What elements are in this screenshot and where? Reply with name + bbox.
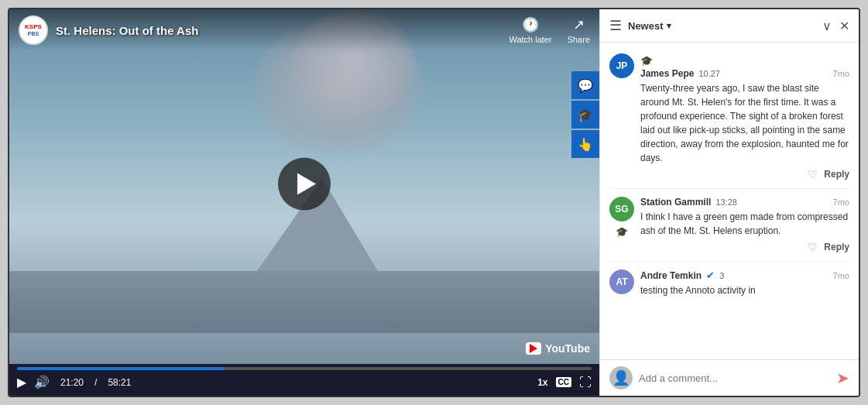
comment-body-2: Station Gammill 13:28 7mo I think I have… (640, 197, 849, 253)
share-icon: ↗ (573, 16, 585, 33)
play-triangle-icon (297, 173, 316, 195)
video-top-actions: 🕐 Watch later ↗ Share (509, 16, 590, 44)
comment-actions-1: ♡ Reply (640, 168, 849, 180)
comment-author-1: James Pepe (640, 68, 694, 79)
speed-button[interactable]: 1x (537, 377, 547, 388)
comments-panel: ☰ Newest ▾ ∨ ✕ JP 🎓 (599, 9, 859, 396)
captions-button[interactable]: CC (556, 377, 571, 387)
watch-later-label: Watch later (509, 35, 551, 44)
collapse-button[interactable]: ∨ (822, 19, 832, 33)
sort-chevron-icon: ▾ (667, 21, 671, 31)
youtube-label: YouTube (545, 342, 590, 355)
comment-meta-2: Station Gammill 13:28 7mo (640, 197, 849, 208)
comment-body-1: 🎓 James Pepe 10.27 7mo Twenty-three year… (640, 53, 849, 180)
comment-item-1: JP 🎓 James Pepe 10.27 7mo Twenty-three y… (600, 49, 859, 185)
graduation-icon-1: 🎓 (640, 55, 653, 67)
verified-icon: ✔ (706, 269, 715, 281)
comment-author-badge: 🎓 (640, 53, 653, 67)
logo-ksps-text: KSPS (25, 24, 42, 31)
comment-item-3: AT Andre Temkin ✔ 3 7mo testing the Anno… (600, 265, 859, 302)
side-button-2[interactable]: 🎓 (571, 101, 599, 129)
commenter-person-icon: 👤 (612, 369, 630, 386)
progress-filled (17, 367, 224, 370)
comment-input[interactable] (639, 372, 830, 384)
progress-bar[interactable] (17, 367, 592, 370)
comment-meta-1: James Pepe 10.27 7mo (640, 68, 849, 79)
logo-pbs-text: PBS (28, 31, 39, 37)
ksps-pbs-logo: KSPS PBS (19, 15, 48, 45)
like-button-2[interactable]: ♡ (808, 241, 818, 253)
reply-button-1[interactable]: Reply (824, 169, 849, 180)
total-time: 58:21 (108, 377, 131, 388)
menu-icon[interactable]: ☰ (609, 17, 622, 34)
time-separator: / (94, 377, 97, 388)
avatar-at: AT (609, 269, 634, 294)
share-label: Share (568, 35, 590, 44)
watch-later-icon: 🕐 (522, 16, 539, 33)
side-icon-buttons: 💬 🎓 👆 (571, 71, 599, 158)
volume-button[interactable]: 🔊 (34, 375, 50, 390)
comment-item-2: SG 🎓 Station Gammill 13:28 7mo I think I… (600, 192, 859, 258)
play-button[interactable] (278, 158, 331, 211)
comment-time-3: 7mo (833, 271, 849, 280)
separator-2 (609, 261, 849, 262)
controls-right: 1x CC ⛶ (537, 376, 592, 390)
side-button-3[interactable]: 👆 (571, 130, 599, 158)
comment-points-2: 13:28 (715, 197, 737, 207)
comment-points-1: 10.27 (698, 69, 720, 78)
share-button[interactable]: ↗ Share (568, 16, 590, 44)
youtube-watermark: YouTube (526, 342, 590, 355)
side-button-1[interactable]: 💬 (571, 71, 599, 99)
fullscreen-button[interactable]: ⛶ (579, 376, 592, 390)
commenter-avatar: 👤 (609, 366, 633, 390)
comment-author-3: Andre Temkin (640, 270, 702, 281)
sort-dropdown[interactable]: Newest ▾ (628, 20, 671, 32)
watch-later-button[interactable]: 🕐 Watch later (509, 16, 551, 44)
send-comment-button[interactable]: ➤ (836, 369, 849, 387)
comment-text-1: Twenty-three years ago, I saw the blast … (640, 81, 849, 165)
comment-body-3: Andre Temkin ✔ 3 7mo testing the Annoto … (640, 269, 849, 297)
comment-time-2: 7mo (833, 197, 849, 207)
header-actions: ∨ ✕ (822, 19, 849, 33)
comment-text-3: testing the Annoto activity in (640, 283, 849, 297)
video-area[interactable]: KSPS PBS St. Helens: Out of the Ash 🕐 Wa… (9, 9, 599, 364)
youtube-play-icon (530, 344, 537, 353)
avatar-sg: SG (609, 197, 634, 221)
comment-time-1: 7mo (833, 69, 849, 78)
add-comment-area: 👤 ➤ (600, 359, 859, 396)
current-time: 21:20 (60, 377, 84, 388)
close-button[interactable]: ✕ (839, 19, 849, 33)
comments-list: JP 🎓 James Pepe 10.27 7mo Twenty-three y… (600, 43, 859, 359)
separator-1 (609, 188, 849, 189)
graduation-icon-2: 🎓 (616, 226, 628, 238)
sort-label: Newest (628, 20, 664, 32)
controls-row: ▶ 🔊 21:20 / 58:21 1x CC ⛶ (17, 375, 592, 390)
avatar-jp: JP (609, 53, 634, 78)
video-panel: KSPS PBS St. Helens: Out of the Ash 🕐 Wa… (9, 9, 599, 396)
comments-header: ☰ Newest ▾ ∨ ✕ (600, 9, 859, 43)
comment-meta-3: Andre Temkin ✔ 3 7mo (640, 269, 849, 281)
reply-button-2[interactable]: Reply (824, 242, 849, 252)
like-button-1[interactable]: ♡ (808, 168, 818, 180)
youtube-icon (526, 342, 541, 355)
mountain-overlay (9, 271, 599, 333)
video-controls: ▶ 🔊 21:20 / 58:21 1x CC ⛶ (9, 364, 599, 396)
video-topbar: KSPS PBS St. Helens: Out of the Ash 🕐 Wa… (9, 9, 599, 51)
video-title: St. Helens: Out of the Ash (56, 24, 198, 37)
comment-verified-count: 3 (719, 271, 724, 280)
app-frame: KSPS PBS St. Helens: Out of the Ash 🕐 Wa… (8, 8, 860, 397)
comment-text-2: I think I have a green gem made from com… (640, 210, 849, 238)
comment-author-2: Station Gammill (640, 197, 711, 208)
comment-actions-2: ♡ Reply (640, 241, 849, 253)
play-pause-button[interactable]: ▶ (17, 375, 26, 390)
